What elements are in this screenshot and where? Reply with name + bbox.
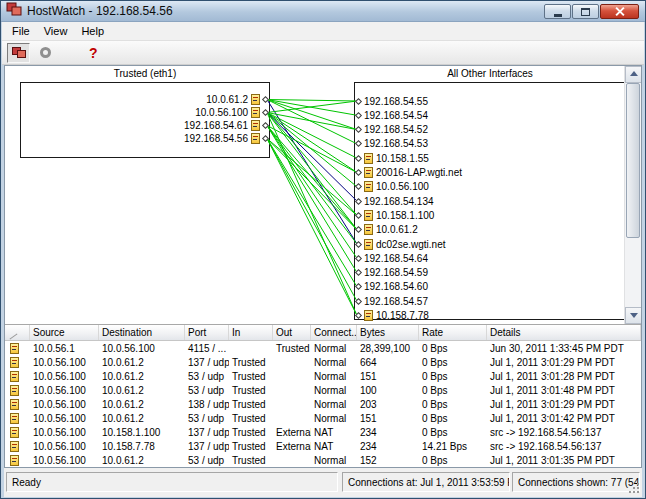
external-host[interactable]: 192.168.54.57 <box>356 295 428 308</box>
table-cell: 53 / udp <box>185 371 229 382</box>
close-icon <box>615 7 624 16</box>
table-cell: Normal <box>311 357 357 368</box>
table-cell: 151 <box>357 413 419 424</box>
table-cell: 0 Bps <box>419 357 487 368</box>
table-row[interactable]: 10.0.56.10010.0.61.253 / udpTrustedNorma… <box>5 453 641 467</box>
external-host[interactable]: 10.0.56.100 <box>356 180 429 193</box>
table-cell: Normal <box>311 385 357 396</box>
host-icon <box>251 120 260 131</box>
table-cell: 10.0.56.1 <box>30 343 99 354</box>
external-host[interactable]: 10.0.61.2 <box>356 223 418 236</box>
table-cell: 53 / udp <box>185 413 229 424</box>
host-icon <box>364 310 373 321</box>
column-header-port[interactable]: Port <box>185 325 229 340</box>
external-host[interactable]: 10.158.7.78 <box>356 309 429 322</box>
external-host[interactable]: 192.168.54.64 <box>356 252 428 265</box>
external-host[interactable]: 192.168.54.55 <box>356 95 428 108</box>
pause-button[interactable] <box>34 43 57 63</box>
resize-grip[interactable] <box>637 491 639 493</box>
close-button[interactable] <box>600 4 639 19</box>
scrollbar-thumb[interactable] <box>626 83 640 238</box>
table-cell: Normal <box>311 413 357 424</box>
column-header-out[interactable]: Out <box>273 325 311 340</box>
external-host[interactable]: 192.168.54.59 <box>356 266 428 279</box>
external-host[interactable]: 192.168.54.54 <box>356 109 428 122</box>
node-diamond-icon <box>355 283 362 290</box>
client-area: Trusted (eth1) All Other Interfaces 10.0… <box>4 65 642 468</box>
table-cell: 10.0.56.100 <box>99 343 185 354</box>
menu-help[interactable]: Help <box>74 23 111 39</box>
table-cell: 53 / udp <box>185 455 229 466</box>
table-row[interactable]: 10.0.56.10010.0.61.2137 / udpTrustedNorm… <box>5 355 641 369</box>
table-header: SourceDestinationPortInOutConnect...Byte… <box>5 324 641 341</box>
table-cell: Jun 30, 2011 1:33:45 PM PDT <box>487 343 641 354</box>
table-row[interactable]: 10.0.56.10010.0.61.253 / udpTrustedNorma… <box>5 383 641 397</box>
maximize-button[interactable] <box>572 4 599 19</box>
table-cell: 0 Bps <box>419 371 487 382</box>
caption-buttons <box>544 4 639 19</box>
host-icon <box>251 107 260 118</box>
trusted-host[interactable]: 192.168.54.56 <box>45 132 268 145</box>
external-host[interactable]: 10.158.1.100 <box>356 209 434 222</box>
minimize-button[interactable] <box>544 4 571 19</box>
table-cell: External <box>273 441 311 452</box>
column-header-icon[interactable] <box>5 325 30 340</box>
toolbar: ? <box>2 41 644 65</box>
trusted-host[interactable]: 10.0.56.100 <box>45 106 268 119</box>
node-diamond-icon <box>355 255 362 262</box>
status-bar: Ready Connections at: Jul 1, 2011 3:53:5… <box>4 468 642 497</box>
column-header-details[interactable]: Details <box>487 325 641 340</box>
table-row[interactable]: 10.0.56.10010.158.1.100137 / udpTrustedE… <box>5 425 641 439</box>
external-host[interactable]: 10.158.1.55 <box>356 152 429 165</box>
host-icon <box>364 210 373 221</box>
table-cell: 0 Bps <box>419 399 487 410</box>
connection-icon <box>10 413 19 424</box>
connection-icon <box>10 357 19 368</box>
node-diamond-icon <box>355 112 362 119</box>
title-bar[interactable]: HostWatch - 192.168.54.56 <box>1 1 645 22</box>
host-label: 192.168.54.60 <box>364 281 428 292</box>
table-row[interactable]: 10.0.56.10010.0.61.253 / udpTrustedNorma… <box>5 369 641 383</box>
external-host[interactable]: 192.168.54.53 <box>356 137 428 150</box>
external-host[interactable]: 192.168.54.52 <box>356 123 428 136</box>
hostwatch-view-button[interactable] <box>7 43 30 63</box>
status-ready: Ready <box>6 472 338 492</box>
maximize-icon <box>581 8 590 16</box>
column-header-source[interactable]: Source <box>30 325 99 340</box>
table-cell: Jul 1, 2011 3:01:29 PM PDT <box>487 399 641 410</box>
table-row[interactable]: 10.0.56.10010.158.7.78137 / udpTrustedEx… <box>5 439 641 453</box>
table-cell: 10.0.56.100 <box>30 413 99 424</box>
column-header-in[interactable]: In <box>229 325 273 340</box>
column-header-rate[interactable]: Rate <box>419 325 487 340</box>
help-button[interactable]: ? <box>89 45 98 61</box>
table-cell: 152 <box>357 455 419 466</box>
column-header-bytes[interactable]: Bytes <box>357 325 419 340</box>
column-header-connect[interactable]: Connect... <box>311 325 357 340</box>
table-row[interactable]: 10.0.56.110.0.56.1004115 / ...TrustedNor… <box>5 341 641 355</box>
app-icon <box>6 2 22 20</box>
menu-view[interactable]: View <box>37 23 75 39</box>
table-cell: Trusted <box>229 357 273 368</box>
external-host[interactable]: 192.168.54.60 <box>356 280 428 293</box>
host-label: 10.0.61.2 <box>376 224 418 235</box>
external-host[interactable]: 192.168.54.134 <box>356 195 434 208</box>
table-row[interactable]: 10.0.56.10010.0.61.2138 / udpTrustedNorm… <box>5 397 641 411</box>
column-header-destination[interactable]: Destination <box>99 325 185 340</box>
table-cell: Trusted <box>229 441 273 452</box>
external-host[interactable]: 20016-LAP.wgti.net <box>356 166 462 179</box>
window-title: HostWatch - 192.168.54.56 <box>27 4 173 18</box>
table-cell: 53 / udp <box>185 385 229 396</box>
table-cell: 10.0.61.2 <box>99 455 185 466</box>
table-cell: Normal <box>311 455 357 466</box>
menu-file[interactable]: File <box>5 23 37 39</box>
table-row[interactable]: 10.0.56.10010.0.61.253 / udpTrustedNorma… <box>5 411 641 425</box>
table-cell: 4115 / ... <box>185 343 229 354</box>
table-cell: Jul 1, 2011 3:01:35 PM PDT <box>487 455 641 466</box>
trusted-host[interactable]: 192.168.54.61 <box>45 119 268 132</box>
connection-icon <box>10 455 19 466</box>
external-host[interactable]: dc02se.wgti.net <box>356 238 446 251</box>
trusted-host[interactable]: 10.0.61.2 <box>45 93 268 106</box>
table-cell: Trusted <box>229 385 273 396</box>
table-cell: 0 Bps <box>419 385 487 396</box>
graph-area: Trusted (eth1) All Other Interfaces 10.0… <box>5 66 641 324</box>
